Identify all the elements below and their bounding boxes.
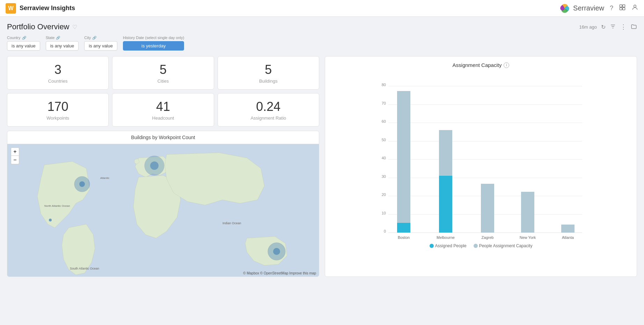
svg-point-14 xyxy=(273,248,280,255)
country-link-icon: 🔗 xyxy=(22,36,26,40)
boston-assigned-bar xyxy=(397,223,410,233)
filter-city-btn[interactable]: is any value xyxy=(84,41,117,51)
map-credits: © Mapbox © OpenStreetMap Improve this ma… xyxy=(243,271,316,275)
folder-icon[interactable] xyxy=(631,23,637,31)
filter-state-btn[interactable]: is any value xyxy=(46,41,79,51)
city-link-icon: 🔗 xyxy=(92,36,96,40)
map-zoom-controls: + − xyxy=(11,148,19,164)
svg-text:80: 80 xyxy=(382,83,386,87)
stat-assignment-ratio: 0.24 Assignment Ratio xyxy=(218,93,319,127)
svg-text:20: 20 xyxy=(382,192,386,197)
page-title-area: Portfolio Overview ♡ xyxy=(7,22,77,31)
svg-text:Boston: Boston xyxy=(398,235,410,240)
buildings-value: 5 xyxy=(222,62,315,77)
svg-rect-2 xyxy=(620,8,622,10)
svg-point-12 xyxy=(150,161,159,170)
chart-title: Assignment Capacity i xyxy=(331,62,631,68)
svg-text:Atlanta: Atlanta xyxy=(562,235,574,240)
svg-text:South Atlantic Ocean: South Atlantic Ocean xyxy=(70,267,99,270)
filter-city: City 🔗 is any value xyxy=(84,36,117,51)
workpoints-value: 170 xyxy=(12,99,104,114)
countries-value: 3 xyxy=(12,62,104,77)
serraview-logo: Serraview xyxy=(559,3,604,14)
filter-state: State 🔗 is any value xyxy=(46,36,79,51)
nav-left: W Serraview Insights xyxy=(6,3,75,14)
favorite-icon[interactable]: ♡ xyxy=(72,24,77,30)
map-section: Buildings by Workpoint Count xyxy=(7,131,319,277)
zagreb-capacity-bar xyxy=(481,184,494,233)
filter-country-btn[interactable]: is any value xyxy=(7,41,40,51)
boston-capacity-bar xyxy=(397,91,410,233)
page-header: Portfolio Overview ♡ 16m ago ↻ ⋮ xyxy=(7,22,637,31)
state-link-icon: 🔗 xyxy=(56,36,60,40)
app-logo: W xyxy=(6,3,16,14)
right-panel: Assignment Capacity i 0 10 20 30 40 50 6… xyxy=(325,56,637,277)
svg-text:60: 60 xyxy=(382,119,386,123)
assignment-capacity-chart: 0 10 20 30 40 50 60 70 80 xyxy=(331,72,631,240)
legend-assigned-label: Assigned People xyxy=(435,243,467,248)
dashboard-grid: 3 Countries 5 Cities 5 Buildings 170 Wor… xyxy=(7,56,637,277)
cities-label: Cities xyxy=(117,78,209,84)
more-options-icon[interactable]: ⋮ xyxy=(620,23,627,31)
svg-point-10 xyxy=(49,219,52,221)
melbourne-assigned-bar xyxy=(439,176,452,233)
files-icon[interactable] xyxy=(619,4,626,13)
svg-point-4 xyxy=(634,5,636,7)
chart-info-icon[interactable]: i xyxy=(504,62,509,68)
chart-area: 0 10 20 30 40 50 60 70 80 xyxy=(331,72,631,254)
filter-city-label: City 🔗 xyxy=(84,36,117,40)
map-title: Buildings by Workpoint Count xyxy=(7,131,319,144)
serraview-icon xyxy=(559,3,570,14)
cities-value: 5 xyxy=(117,62,209,77)
world-map-svg: South Atlantic Ocean South Atlantic Nort… xyxy=(7,144,319,277)
legend-capacity-label: People Assignment Capacity xyxy=(479,243,533,248)
filters-row: Country 🔗 is any value State 🔗 is any va… xyxy=(7,36,637,51)
brand-name: Serraview xyxy=(573,4,604,12)
workpoints-label: Workpoints xyxy=(12,115,104,121)
legend-capacity: People Assignment Capacity xyxy=(474,243,533,248)
filter-history-date-btn[interactable]: is yesterday xyxy=(123,41,184,51)
filter-country: Country 🔗 is any value xyxy=(7,36,40,51)
stat-cards: 3 Countries 5 Cities 5 Buildings 170 Wor… xyxy=(7,56,319,127)
assignment-ratio-value: 0.24 xyxy=(222,99,315,114)
svg-text:0: 0 xyxy=(384,229,386,233)
map-container[interactable]: South Atlantic Ocean South Atlantic Nort… xyxy=(7,144,319,277)
assignment-ratio-label: Assignment Ratio xyxy=(222,115,315,121)
refresh-icon[interactable]: ↻ xyxy=(601,24,606,30)
logo-letter: W xyxy=(8,5,13,12)
svg-text:Melbourne: Melbourne xyxy=(437,235,455,240)
capacity-legend-dot xyxy=(474,244,478,248)
filter-icon[interactable] xyxy=(610,23,616,31)
zoom-out-button[interactable]: − xyxy=(11,156,19,164)
chart-legend: Assigned People People Assignment Capaci… xyxy=(331,243,631,248)
svg-text:70: 70 xyxy=(382,101,386,105)
headcount-value: 41 xyxy=(117,99,209,114)
stat-headcount: 41 Headcount xyxy=(112,93,214,127)
filter-history-date: History Date (select single day only) is… xyxy=(123,36,184,51)
svg-rect-0 xyxy=(620,5,622,7)
help-icon[interactable]: ? xyxy=(610,5,613,12)
svg-text:North Atlantic Ocean: North Atlantic Ocean xyxy=(44,204,70,207)
filter-history-date-label: History Date (select single day only) xyxy=(123,36,184,40)
top-navigation: W Serraview Insights Serraview ? xyxy=(0,0,644,17)
legend-assigned: Assigned People xyxy=(430,243,467,248)
filter-country-label: Country 🔗 xyxy=(7,36,40,40)
filter-state-label: State 🔗 xyxy=(46,36,79,40)
headcount-label: Headcount xyxy=(117,115,209,121)
svg-text:40: 40 xyxy=(382,156,386,160)
page-actions: 16m ago ↻ ⋮ xyxy=(579,23,637,31)
last-updated-label: 16m ago xyxy=(579,24,597,30)
svg-rect-3 xyxy=(623,8,625,10)
svg-text:50: 50 xyxy=(382,138,386,142)
svg-point-9 xyxy=(79,181,85,187)
atlanta-capacity-bar xyxy=(561,225,575,233)
svg-rect-1 xyxy=(623,5,625,7)
main-content: Portfolio Overview ♡ 16m ago ↻ ⋮ Country xyxy=(0,17,644,282)
stat-countries: 3 Countries xyxy=(7,56,109,90)
stat-buildings: 5 Buildings xyxy=(218,56,319,90)
zoom-in-button[interactable]: + xyxy=(11,148,19,156)
user-icon[interactable] xyxy=(631,4,638,13)
newyork-capacity-bar xyxy=(521,192,534,233)
svg-text:Indian Ocean: Indian Ocean xyxy=(222,221,241,225)
assigned-legend-dot xyxy=(430,244,434,248)
